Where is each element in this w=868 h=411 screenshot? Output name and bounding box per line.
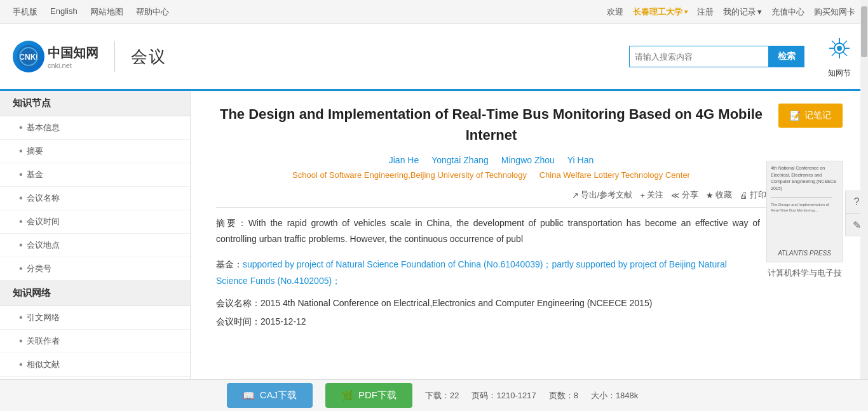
share-icon: ≪ [671,191,680,200]
header: CNKI 中国知网 cnki.net 会议 检索 [0,24,868,91]
svg-line-10 [832,52,836,56]
conf-name-value: 2015 4th National Conference on Electric… [261,298,652,308]
pdf-icon: 🌿 [341,390,353,401]
page-count: 页数：8 [549,390,578,401]
logo-icon: CNKI [13,41,44,72]
action-bar: ↗ 导出/参考文献 + 关注 ≪ 分享 ★ 收藏 🖨 打印 [216,189,843,208]
pdf-download-button[interactable]: 🌿 PDF下载 [325,383,412,408]
conf-name-section: 会议名称：2015 4th National Conference on Ele… [216,295,843,311]
top-nav: 手机版 English 网站地图 帮助中心 欢迎 长春理工大学 ▾ 注册 我的记… [0,0,868,24]
svg-point-12 [837,46,842,51]
author-1[interactable]: Jian He [389,155,419,165]
svg-text:CNKI: CNKI [19,53,37,62]
zhiwang-logo: 知网节 [824,35,855,79]
sidebar-item-citation-network[interactable]: 引文网络 [0,306,190,330]
sidebar-item-fund[interactable]: 基金 [0,163,190,187]
chevron-down-icon: ▾ [684,8,688,15]
file-size: 大小：1848k [591,390,638,401]
sitemap-link[interactable]: 网站地图 [90,6,123,18]
conf-name-label: 会议名称： [216,298,261,308]
sidebar-section-knowledge-network: 知识网络 [0,281,190,306]
conf-time-label: 会议时间： [216,316,261,327]
abstract-section: 摘要：With the rapid growth of vehicles sca… [216,215,843,247]
search-box: 检索 [629,46,804,67]
register-link[interactable]: 注册 [697,6,714,18]
print-link[interactable]: 🖨 打印 [740,189,766,201]
my-records-link[interactable]: 我的记录 ▾ [723,6,762,18]
svg-line-11 [843,52,847,56]
sidebar-item-related-authors[interactable]: 关联作者 [0,330,190,353]
paper-content: 📝 记笔记 The Design and Implementation of R… [191,91,868,408]
english-link[interactable]: English [50,6,78,18]
logo[interactable]: CNKI 中国知网 cnki.net [13,41,98,72]
fund-section: 基金：supported by project of Natural Scien… [216,257,843,288]
zhiwang-icon [824,35,855,67]
thumbnail-publisher-logo: ATLANTIS PRESS [771,249,838,258]
top-nav-left: 手机版 English 网站地图 帮助中心 [13,6,594,18]
scrollbar[interactable] [860,0,868,408]
book-icon: 📖 [243,390,255,401]
header-right: 检索 知网节 [179,35,855,79]
paper-title: The Design and Implementation of Real-Ti… [216,104,843,145]
welcome-text: 欢迎 [607,6,623,18]
page-range: 页码：1210-1217 [471,390,536,401]
sidebar-section-knowledge-nodes: 知识节点 [0,91,190,116]
print-icon: 🖨 [740,191,748,200]
help-link[interactable]: 帮助中心 [136,6,169,18]
main-content: 知识节点 基本信息 摘要 基金 会议名称 会议时间 会议地点 分类号 知识网络 … [0,91,868,408]
author-2[interactable]: Yongtai Zhang [431,155,489,165]
caj-download-button[interactable]: 📖 CAJ下载 [227,383,313,408]
sidebar-item-abstract[interactable]: 摘要 [0,140,190,163]
category-label: 计算机科学与电子技 [766,267,843,279]
mobile-link[interactable]: 手机版 [13,6,37,18]
sidebar-item-basic-info[interactable]: 基本信息 [0,116,190,140]
logo-text: 中国知网 [48,44,98,62]
search-input[interactable] [629,46,769,67]
affiliation-2[interactable]: China Welfare Lottery Technology Center [539,170,690,180]
svg-line-8 [832,41,836,44]
logo-divider [114,41,115,72]
logo-subtitle: cnki.net [48,62,98,69]
zhiwang-label: 知网节 [828,68,851,79]
scrollbar-thumb[interactable] [861,6,867,57]
star-icon: ★ [706,191,714,200]
fund-text[interactable]: supported by project of Natural Science … [216,259,727,285]
sidebar-item-conf-location[interactable]: 会议地点 [0,234,190,257]
sidebar-item-similar-literature[interactable]: 相似文献 [0,353,190,377]
conf-time-value: 2015-12-12 [261,316,306,327]
author-3[interactable]: Mingwo Zhou [501,155,555,165]
recharge-link[interactable]: 充值中心 [771,6,804,18]
export-icon: ↗ [572,191,579,200]
top-nav-right: 欢迎 长春理工大学 ▾ 注册 我的记录 ▾ 充值中心 购买知网卡 [607,6,855,18]
search-button[interactable]: 检索 [769,46,804,67]
share-link[interactable]: ≪ 分享 [671,189,698,201]
follow-link[interactable]: + 关注 [640,189,663,201]
download-count: 下载：22 [425,390,459,401]
sidebar: 知识节点 基本信息 摘要 基金 会议名称 会议时间 会议地点 分类号 知识网络 … [0,91,191,408]
conf-time-section: 会议时间：2015-12-12 [216,316,843,328]
download-info: 下载：22 页码：1210-1217 页数：8 大小：1848k [425,390,641,401]
paper-thumbnail: 4th National Conference on Electrical, E… [766,161,843,262]
favorite-link[interactable]: ★ 收藏 [706,189,732,201]
affiliation-1[interactable]: School of Software Engineering,Beijing U… [292,170,527,180]
fund-label: 基金： [216,259,243,269]
author-4[interactable]: Yi Han [567,155,594,165]
university-link[interactable]: 长春理工大学 ▾ [633,6,688,18]
logo-area: CNKI 中国知网 cnki.net 会议 [13,41,166,72]
sidebar-item-conf-name[interactable]: 会议名称 [0,187,190,210]
paper-affiliations: School of Software Engineering,Beijing U… [216,170,843,180]
note-button[interactable]: 📝 记笔记 [778,104,843,128]
bottom-download-bar: 📖 CAJ下载 🌿 PDF下载 下载：22 页码：1210-1217 页数：8 … [0,379,868,408]
svg-line-9 [843,41,847,44]
export-reference-link[interactable]: ↗ 导出/参考文献 [572,189,633,201]
chevron-down-icon: ▾ [757,7,762,17]
sidebar-item-conf-time[interactable]: 会议时间 [0,210,190,234]
paper-authors: Jian He Yongtai Zhang Mingwo Zhou Yi Han [216,155,843,165]
note-icon: 📝 [790,111,801,121]
buy-card-link[interactable]: 购买知网卡 [814,6,855,18]
conference-title: 会议 [131,46,166,68]
sidebar-item-classification[interactable]: 分类号 [0,257,190,281]
abstract-text: With the rapid growth of vehicles scale … [216,218,760,244]
thumbnail-content: 4th National Conference on Electrical, E… [767,161,842,262]
follow-icon: + [640,191,645,200]
